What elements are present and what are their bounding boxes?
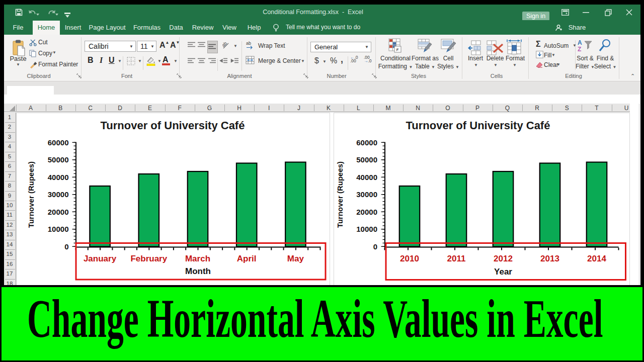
svg-text:60000: 60000 xyxy=(47,138,68,146)
svg-text:10000: 10000 xyxy=(356,225,377,233)
svg-text:A: A xyxy=(578,39,582,46)
svg-text:ab: ab xyxy=(222,41,228,48)
svg-text:2012: 2012 xyxy=(494,253,513,263)
svg-text:Turnover of University Café: Turnover of University Café xyxy=(406,119,550,132)
svg-text:Z: Z xyxy=(578,46,581,52)
svg-text:April: April xyxy=(236,253,256,263)
svg-text:30000: 30000 xyxy=(356,190,377,199)
svg-text:20000: 20000 xyxy=(47,207,68,216)
svg-text:2014: 2014 xyxy=(587,253,606,263)
svg-text:0: 0 xyxy=(64,242,68,250)
svg-text:2011: 2011 xyxy=(447,253,466,263)
svg-text:20000: 20000 xyxy=(356,207,377,216)
svg-text:Turnover of University Café: Turnover of University Café xyxy=(100,119,245,132)
svg-text:March: March xyxy=(185,253,210,263)
svg-text:January: January xyxy=(83,253,116,263)
svg-text:Month: Month xyxy=(185,266,211,276)
svg-text:May: May xyxy=(287,253,304,263)
svg-text:ab: ab xyxy=(246,41,251,46)
svg-text:Turnover (Rupees): Turnover (Rupees) xyxy=(26,161,35,227)
svg-text:60000: 60000 xyxy=(356,138,377,146)
svg-text:0: 0 xyxy=(373,242,377,250)
svg-text:Year: Year xyxy=(494,266,512,276)
svg-text:Turnover (Rupees): Turnover (Rupees) xyxy=(336,161,344,227)
svg-text:40000: 40000 xyxy=(47,172,68,181)
svg-text:2010: 2010 xyxy=(400,253,419,263)
svg-text:February: February xyxy=(130,253,167,263)
svg-text:2013: 2013 xyxy=(540,253,559,263)
svg-text:30000: 30000 xyxy=(47,190,68,199)
svg-text:50000: 50000 xyxy=(47,155,68,164)
svg-text:≠: ≠ xyxy=(396,47,399,52)
svg-text:40000: 40000 xyxy=(356,172,377,181)
svg-text:10000: 10000 xyxy=(47,225,68,233)
svg-text:50000: 50000 xyxy=(356,155,377,164)
